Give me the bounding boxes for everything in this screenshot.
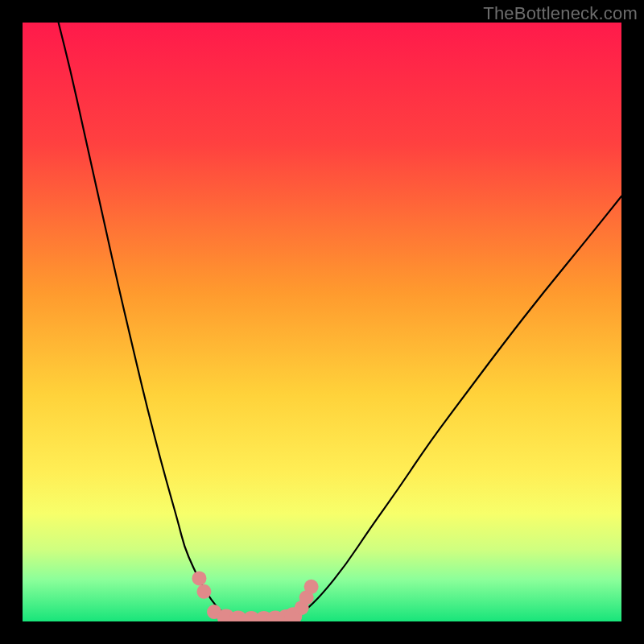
plot-area xyxy=(23,23,621,621)
marker-dot xyxy=(196,584,211,599)
gradient-background xyxy=(23,23,621,621)
watermark-text: TheBottleneck.com xyxy=(483,3,638,24)
marker-dot xyxy=(304,580,319,594)
marker-dot xyxy=(192,571,206,585)
chart-frame: TheBottleneck.com xyxy=(0,0,644,644)
chart-svg xyxy=(23,23,621,621)
